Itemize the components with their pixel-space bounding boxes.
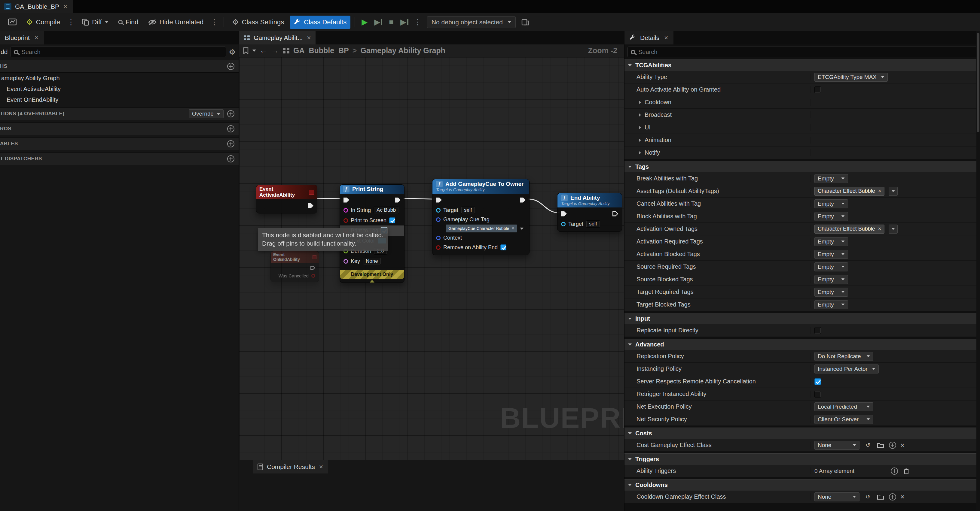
bool-pin[interactable]: [436, 245, 441, 250]
tab-blueprint[interactable]: Blueprint ×: [0, 31, 44, 44]
tag-dropdown[interactable]: Empty: [815, 212, 848, 221]
print-to-screen-checkbox[interactable]: [389, 217, 395, 224]
tag-dropdown[interactable]: Empty: [815, 275, 848, 284]
add-element-icon[interactable]: [889, 442, 896, 449]
node-header[interactable]: Event OnEndAbility: [271, 251, 319, 263]
node-end-ability[interactable]: ƒ End Ability Target is Gameplay Ability…: [557, 193, 622, 232]
tab-details[interactable]: Details ×: [624, 31, 673, 44]
clear-icon[interactable]: ×: [900, 441, 905, 449]
add-dispatcher-icon[interactable]: [227, 155, 234, 162]
category-input[interactable]: Input: [624, 313, 977, 324]
graph-viewport[interactable]: BLUEPRINT Event ActivateAbility ƒ: [239, 57, 624, 460]
breadcrumb-root[interactable]: GA_Bubble_BP: [293, 46, 349, 55]
add-function-icon[interactable]: [227, 110, 234, 117]
node-event-onendability-disabled[interactable]: Event OnEndAbility Was Cancelled: [270, 251, 319, 282]
collapse-chevron-icon[interactable]: [370, 280, 374, 282]
remove-tag-icon[interactable]: ×: [878, 226, 881, 232]
blueprint-searchbox[interactable]: [11, 46, 226, 57]
node-header[interactable]: ƒ Add GameplayCue To Owner Target is Gam…: [433, 179, 529, 194]
diff-button[interactable]: Diff: [78, 16, 112, 29]
remove-tag-icon[interactable]: ×: [511, 226, 514, 231]
row-notify-sub[interactable]: Notify: [624, 146, 977, 159]
close-icon[interactable]: ×: [34, 34, 39, 42]
editor-board-button[interactable]: [4, 16, 21, 29]
close-icon[interactable]: ×: [318, 463, 324, 471]
use-selected-asset-icon[interactable]: ↺: [864, 493, 872, 501]
functions-section-header[interactable]: TIONS (4 OVERRIDABLE) Override: [0, 108, 239, 120]
close-icon[interactable]: ×: [306, 34, 311, 42]
details-scrollbar[interactable]: [977, 31, 980, 511]
tag-dropdown[interactable]: Empty: [815, 262, 848, 271]
tag-chip[interactable]: Character Effect Bubble×: [815, 187, 885, 196]
blueprint-search-input[interactable]: [21, 49, 223, 56]
net-execution-dropdown[interactable]: Local Predicted: [815, 402, 873, 411]
exec-out-pin[interactable]: [520, 198, 526, 203]
debug-browse-button[interactable]: [517, 16, 533, 29]
add-graph-icon[interactable]: [227, 63, 234, 70]
cooldown-class-dropdown[interactable]: None: [815, 492, 859, 501]
in-string-value[interactable]: Ac Bubb: [374, 206, 399, 214]
play-button[interactable]: ▶: [359, 17, 370, 27]
graphs-section-header[interactable]: HS: [0, 60, 239, 73]
browse-asset-icon[interactable]: [876, 493, 885, 501]
instancing-policy-dropdown[interactable]: Instanced Per Actor: [815, 365, 879, 373]
dispatchers-section-header[interactable]: T DISPATCHERS: [0, 152, 239, 165]
row-animation-sub[interactable]: Animation: [624, 134, 977, 146]
add-element-icon[interactable]: [889, 493, 896, 500]
tag-dropdown[interactable]: Empty: [815, 287, 848, 297]
trash-icon[interactable]: [902, 467, 911, 475]
list-item-gameplay-ability-graph[interactable]: ameplay Ability Graph: [0, 73, 239, 84]
category-advanced[interactable]: Advanced: [624, 339, 977, 350]
net-security-dropdown[interactable]: Client Or Server: [815, 415, 873, 424]
tag-dropdown-chevron-icon[interactable]: [520, 228, 523, 230]
server-respects-checkbox[interactable]: [815, 378, 821, 385]
tab-compiler-results[interactable]: Compiler Results ×: [253, 460, 328, 473]
ability-type-dropdown[interactable]: ETCGAbility Type MAX: [815, 73, 888, 82]
exec-in-pin[interactable]: [436, 198, 442, 203]
exec-in-pin[interactable]: [344, 198, 349, 203]
bool-pin[interactable]: [344, 218, 348, 223]
asset-tab[interactable]: GA_Bubble_BP ×: [0, 0, 73, 13]
category-cooldowns[interactable]: Cooldowns: [624, 479, 977, 490]
row-cooldown-sub[interactable]: Cooldown: [624, 96, 977, 109]
add-variable-icon[interactable]: [227, 140, 234, 148]
struct-pin[interactable]: [436, 217, 441, 222]
override-dropdown[interactable]: Override: [189, 109, 224, 118]
target-value[interactable]: self: [461, 206, 475, 214]
debug-object-select[interactable]: No debug object selected: [427, 16, 516, 28]
compile-button[interactable]: ⚙ Compile: [22, 16, 64, 29]
node-header[interactable]: ƒ Print String: [340, 185, 404, 194]
add-array-element-icon[interactable]: [891, 467, 898, 474]
class-settings-button[interactable]: ⚙ Class Settings: [228, 16, 288, 29]
remove-on-ability-end-checkbox[interactable]: [500, 244, 506, 251]
tag-dropdown[interactable]: Empty: [815, 174, 848, 183]
step-button[interactable]: ▶: [372, 17, 385, 27]
node-add-gameplaycue-to-owner[interactable]: ƒ Add GameplayCue To Owner Target is Gam…: [432, 179, 530, 255]
add-macro-icon[interactable]: [227, 125, 234, 132]
row-ui-sub[interactable]: UI: [624, 121, 977, 134]
play-options-kebab[interactable]: ⋮: [413, 17, 423, 27]
object-pin[interactable]: [436, 208, 441, 213]
target-value[interactable]: self: [586, 221, 600, 228]
list-item-event-onendability[interactable]: Event OnEndAbility: [0, 94, 239, 105]
row-broadcast-sub[interactable]: Broadcast: [624, 109, 977, 121]
node-header[interactable]: ƒ End Ability Target is Gameplay Ability: [557, 193, 622, 208]
tag-dropdown[interactable]: Empty: [815, 237, 848, 246]
object-pin[interactable]: [561, 222, 566, 226]
category-costs[interactable]: Costs: [624, 427, 977, 439]
gameplaycue-tag-chip[interactable]: GameplayCue Character Bubble ×: [445, 225, 517, 232]
replication-policy-dropdown[interactable]: Do Not Replicate: [815, 352, 873, 361]
tag-dropdown[interactable]: Empty: [815, 199, 848, 208]
frame-skip-button[interactable]: ▶: [398, 17, 411, 27]
string-pin[interactable]: [344, 208, 348, 213]
list-item-event-activateability[interactable]: Event ActivateAbility: [0, 84, 239, 94]
variables-section-header[interactable]: ABLES: [0, 138, 239, 150]
close-icon[interactable]: ×: [63, 3, 68, 11]
exec-in-pin[interactable]: [561, 211, 567, 216]
node-header[interactable]: Event ActivateAbility: [256, 185, 317, 199]
category-triggers[interactable]: Triggers: [624, 453, 977, 465]
tag-dropdown[interactable]: Empty: [815, 300, 848, 309]
class-defaults-button[interactable]: Class Defaults: [290, 16, 350, 29]
tab-gameplay-ability-graph[interactable]: Gameplay Abilit... ×: [239, 31, 315, 44]
bookmark-icon[interactable]: [243, 47, 249, 54]
